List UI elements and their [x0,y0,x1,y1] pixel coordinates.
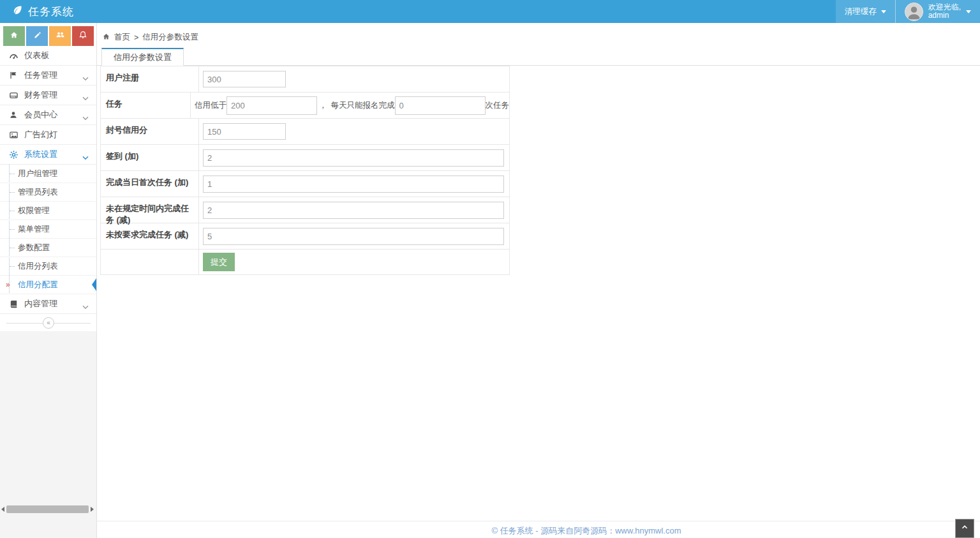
chevron-up-icon [960,523,969,534]
sidebar-subitem-credit-config[interactable]: » 信用分配置 [0,276,96,294]
sidebar-item-ads[interactable]: 广告幻灯 [0,125,96,145]
users-icon [56,30,65,42]
form-row-first-task: 完成当日首次任务 (加) [101,171,509,197]
book-icon [9,299,24,309]
user-icon [9,110,24,119]
sidebar-subitem-permissions[interactable]: 权限管理 [0,202,96,220]
row-label: 未按要求完成任务 (减) [101,223,199,249]
system-settings-submenu: 用户组管理 管理员列表 权限管理 菜单管理 参数配置 信用分列表 [0,165,96,294]
sidebar-item-label: 任务管理 [24,70,57,81]
sidebar-item-dashboard[interactable]: 仪表板 [0,46,96,66]
sidebar-item-label: 系统设置 [24,149,57,160]
quick-icon-bar [0,26,94,46]
sidebar-subitem-admin-list[interactable]: 管理员列表 [0,183,96,202]
row-label: 任务 [101,93,191,118]
form-row-submit: 提交 [101,250,509,275]
header-right: 清理缓存 欢迎光临, admin [836,0,980,23]
submit-button[interactable]: 提交 [203,253,235,271]
sidebar-menu: 仪表板 任务管理 财务管理 会员中心 广告幻灯 [0,46,96,314]
gear-icon [9,150,24,160]
row-label: 签到 (加) [101,145,199,170]
first-task-add-input[interactable] [203,176,504,193]
sidebar-item-members[interactable]: 会员中心 [0,105,96,125]
credit-params-form: 用户注册 任务 信用低于 ， 每天只能报名完成 次任务 封号信用分 [100,66,510,275]
welcome-line1: 欢迎光临, [928,3,961,11]
daily-task-limit-input[interactable] [395,96,486,115]
breadcrumb-home[interactable]: 首页 [114,32,130,43]
sidebar-item-system-settings[interactable]: 系统设置 [0,145,96,165]
home-icon [10,31,19,42]
clear-cache-dropdown[interactable]: 清理缓存 [836,0,895,23]
chevron-down-icon [82,153,89,162]
image-icon [9,130,24,140]
chevron-down-icon [82,302,89,311]
edit-button[interactable] [26,26,48,46]
row-label-empty [101,250,199,274]
home-icon [102,33,110,43]
sidebar-subitem-label: 菜单管理 [18,225,50,234]
form-row-ban-credit: 封号信用分 [101,119,509,145]
row-label: 封号信用分 [101,119,199,144]
ban-credit-input[interactable] [203,123,286,140]
sidebar: 仪表板 任务管理 财务管理 会员中心 广告幻灯 [0,23,97,538]
sidebar-subitem-credit-list[interactable]: 信用分列表 [0,257,96,276]
caret-down-icon [966,10,971,13]
form-row-checkin: 签到 (加) [101,145,509,171]
sidebar-item-tasks[interactable]: 任务管理 [0,66,96,86]
horizontal-scrollbar[interactable] [0,505,95,514]
sidebar-item-label: 会员中心 [24,109,57,121]
user-dropdown[interactable]: 欢迎光临, admin [895,0,980,23]
task-suffix-text: 次任务 [486,100,510,111]
sidebar-subitem-parameters[interactable]: 参数配置 [0,239,96,257]
main-content: 首页 > 信用分参数设置 信用分参数设置 用户注册 任务 信用低于 ， 每天只能… [97,23,980,538]
app-logo[interactable]: 任务系统 [11,0,74,23]
welcome-line2: admin [928,11,949,20]
app-title: 任务系统 [28,4,74,19]
scrollbar-thumb[interactable] [6,505,89,513]
breadcrumb-current: 信用分参数设置 [142,32,198,43]
row-label: 用户注册 [101,66,199,92]
sidebar-subitem-label: 参数配置 [18,243,50,252]
sidebar-subitem-label: 信用分配置 [18,280,58,289]
members-button[interactable] [49,26,71,46]
sidebar-item-label: 仪表板 [24,50,49,61]
form-row-overtime: 未在规定时间内完成任务 (减) [101,197,509,223]
sidebar-item-finance[interactable]: 财务管理 [0,86,96,105]
scroll-right-arrow-icon[interactable] [91,507,94,512]
page-footer: © 任务系统 - 源码来自阿奇源码：www.hnymwl.com [97,521,980,538]
active-wedge-icon [92,278,96,291]
sidebar-subitem-menus[interactable]: 菜单管理 [0,220,96,239]
sidebar-item-content[interactable]: 内容管理 [0,294,96,314]
top-header: 任务系统 清理缓存 欢迎光临, admin [0,0,980,23]
welcome-text: 欢迎光临, admin [928,3,961,20]
scroll-left-arrow-icon[interactable] [1,507,4,512]
form-row-task: 任务 信用低于 ， 每天只能报名完成 次任务 [101,93,509,119]
back-to-top-button[interactable] [955,519,974,538]
sidebar-item-label: 内容管理 [24,298,57,310]
sidebar-lower-area [0,331,96,538]
home-button[interactable] [3,26,25,46]
chevron-down-icon [82,93,89,103]
overtime-deduct-input[interactable] [203,202,504,219]
flag-icon [9,71,24,80]
form-row-user-register: 用户注册 [101,66,509,93]
checkin-add-input[interactable] [203,149,504,167]
form-row-noncompliant: 未按要求完成任务 (减) [101,223,509,250]
collapse-sidebar-button[interactable]: « [43,317,54,329]
sidebar-subitem-label: 用户组管理 [18,169,58,178]
app-window: 任务系统 清理缓存 欢迎光临, admin [0,0,980,538]
sidebar-subitem-label: 信用分列表 [18,262,58,271]
user-register-input[interactable] [203,71,286,87]
credit-threshold-input[interactable] [226,96,317,115]
pencil-icon [33,31,41,42]
sidebar-subitem-user-groups[interactable]: 用户组管理 [0,165,96,183]
comma-text: ， [319,100,327,111]
hdd-icon [9,91,24,100]
tab-credit-params[interactable]: 信用分参数设置 [101,48,184,66]
notifications-button[interactable] [72,26,94,46]
task-prefix-text: 信用低于 [195,100,226,111]
noncompliant-deduct-input[interactable] [203,228,504,245]
sidebar-collapse-bar: « [0,315,96,331]
footer-link[interactable]: www.hnymwl.com [615,526,681,535]
sidebar-subitem-label: 权限管理 [18,206,50,215]
